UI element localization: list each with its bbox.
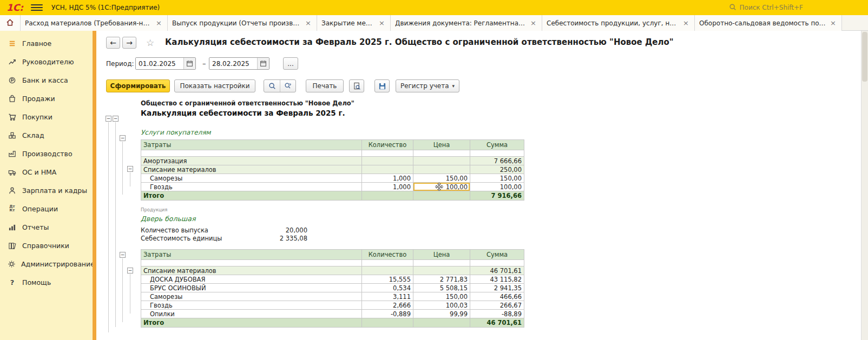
show-settings-button[interactable]: Показать настройки <box>174 79 255 92</box>
cell-sum[interactable]: 7 666,66 <box>470 157 524 165</box>
main-menu-icon[interactable] <box>31 3 43 12</box>
col-header-costs[interactable]: Затраты <box>141 250 362 260</box>
sidebar-item-help[interactable]: ? Помощь <box>0 273 93 291</box>
cell-qty[interactable]: 3,111 <box>362 292 413 301</box>
sidebar-item-fixed-assets[interactable]: ОС и НМА <box>0 163 93 181</box>
close-icon[interactable]: × <box>155 19 163 27</box>
cell-sum[interactable]: 266,67 <box>470 301 524 310</box>
cell-price[interactable]: 150,00 <box>413 292 470 301</box>
cell-qty[interactable]: 15,555 <box>362 275 413 284</box>
cell-sum[interactable]: 466,66 <box>470 292 524 301</box>
cell-name[interactable]: Итого <box>141 318 362 328</box>
cell-qty[interactable] <box>362 266 413 275</box>
output-qty-value[interactable]: 20,000 <box>271 226 307 234</box>
cell-sum[interactable]: 250,00 <box>470 165 524 174</box>
cell-name[interactable]: БРУС ОСИНОВЫЙ <box>141 284 362 292</box>
col-header-qty[interactable]: Количество <box>362 250 413 260</box>
collapse-box[interactable]: − <box>127 268 133 274</box>
empty-cell[interactable] <box>413 150 470 157</box>
print-button[interactable]: Печать <box>306 79 344 92</box>
col-header-price[interactable]: Цена <box>413 250 470 260</box>
close-icon[interactable]: × <box>378 19 386 27</box>
tab-month-closing[interactable]: Закрытие месяца × <box>317 15 391 31</box>
col-header-sum[interactable]: Сумма <box>470 140 524 150</box>
back-button[interactable]: ← <box>106 37 120 49</box>
collapse-box[interactable]: − <box>127 166 133 172</box>
col-header-qty[interactable]: Количество <box>362 140 413 150</box>
tab-production-output[interactable]: Выпуск продукции (Отчеты производст... × <box>168 15 317 31</box>
cell-qty[interactable]: 2,666 <box>362 301 413 310</box>
unit-cost-value[interactable]: 2 335,08 <box>271 235 307 242</box>
close-icon[interactable]: × <box>829 19 837 27</box>
cell-qty[interactable]: -0,889 <box>362 310 413 318</box>
cell-name[interactable]: Гвоздь <box>141 301 362 310</box>
col-header-price[interactable]: Цена <box>413 140 470 150</box>
cell-qty[interactable] <box>362 157 413 165</box>
forward-button[interactable]: → <box>122 37 136 49</box>
sidebar-item-catalogs[interactable]: Справочники <box>0 236 93 255</box>
empty-cell[interactable] <box>141 150 362 157</box>
tab-document-movements[interactable]: Движения документа: Регламентная оп... × <box>391 15 542 31</box>
empty-cell[interactable] <box>141 260 362 266</box>
cell-sum[interactable]: 100,00 <box>470 183 524 191</box>
tab-cost-of-products[interactable]: Себестоимость продукции, услуг, неза... … <box>542 15 695 31</box>
cell-qty[interactable]: 1,000 <box>362 183 413 191</box>
sidebar-item-manager[interactable]: Руководителю <box>0 52 93 71</box>
cell-qty[interactable]: 1,000 <box>362 174 413 183</box>
collapse-box[interactable]: − <box>113 116 119 122</box>
cell-name[interactable]: Опилки <box>141 310 362 318</box>
close-icon[interactable]: × <box>304 19 312 27</box>
sidebar-item-payroll[interactable]: Зарплата и кадры <box>0 181 93 199</box>
sidebar-item-operations[interactable]: ДтКт Операции <box>0 199 93 218</box>
cell-name[interactable]: ДОСКА ДУБОВАЯ <box>141 275 362 284</box>
scrollbar-thumb[interactable] <box>862 32 867 82</box>
tab-material-expense[interactable]: Расход материалов (Требования-накла... × <box>21 15 168 31</box>
vertical-scrollbar[interactable] <box>861 31 868 340</box>
find-next-button[interactable] <box>280 80 295 92</box>
sidebar-item-purchases[interactable]: Покупки <box>0 108 93 126</box>
sidebar-item-production[interactable]: Производство <box>0 144 93 163</box>
sidebar-splitter[interactable] <box>93 31 96 340</box>
save-button[interactable] <box>374 79 390 92</box>
generate-report-button[interactable]: Сформировать <box>106 79 170 92</box>
cell-name[interactable]: Гвоздь <box>141 183 362 191</box>
cell-sum[interactable]: 2 941,35 <box>470 284 524 292</box>
close-icon[interactable]: × <box>682 19 690 27</box>
empty-cell[interactable] <box>362 260 413 266</box>
cell-qty[interactable] <box>362 191 413 201</box>
cell-name[interactable]: Саморезы <box>141 174 362 183</box>
empty-cell[interactable] <box>413 260 470 266</box>
cell-price[interactable] <box>413 157 470 165</box>
find-button[interactable] <box>264 80 280 92</box>
collapse-box[interactable]: − <box>106 116 111 122</box>
cell-price[interactable] <box>413 191 470 201</box>
accounting-register-button[interactable]: Регистр учета ▾ <box>396 79 459 92</box>
period-more-button[interactable]: ... <box>283 57 298 70</box>
collapse-box[interactable]: − <box>120 135 126 141</box>
sidebar-item-main[interactable]: Главное <box>0 34 93 52</box>
empty-cell[interactable] <box>470 150 524 157</box>
cell-price[interactable]: 99,99 <box>413 310 470 318</box>
favorite-star-icon[interactable]: ☆ <box>146 37 154 48</box>
cell-qty[interactable] <box>362 165 413 174</box>
calendar-icon[interactable] <box>183 58 195 69</box>
cell-name[interactable]: Итого <box>141 191 362 201</box>
empty-cell[interactable] <box>470 260 524 266</box>
cell-sum[interactable]: 150,00 <box>470 174 524 183</box>
calendar-icon[interactable] <box>257 58 269 69</box>
sidebar-item-administration[interactable]: Администрирование <box>0 255 93 273</box>
cell-name[interactable]: Амортизация <box>141 157 362 165</box>
sidebar-item-warehouse[interactable]: Склад <box>0 126 93 144</box>
cell-price[interactable]: 2 771,83 <box>413 275 470 284</box>
close-icon[interactable]: × <box>529 19 537 27</box>
sidebar-item-bank-cash[interactable]: Банк и касса <box>0 71 93 89</box>
selected-cell[interactable]: 100,00 <box>413 183 470 191</box>
cell-price[interactable]: 150,00 <box>413 174 470 183</box>
cell-name[interactable]: Списание материалов <box>141 266 362 275</box>
tab-trial-balance[interactable]: Оборотно-сальдовая ведомость по сче... × <box>695 15 842 31</box>
cell-name[interactable]: Списание материалов <box>141 165 362 174</box>
cell-price[interactable]: 5 508,15 <box>413 284 470 292</box>
cell-price[interactable] <box>413 165 470 174</box>
cell-sum[interactable]: 46 701,61 <box>470 266 524 275</box>
cell-price[interactable]: 100,03 <box>413 301 470 310</box>
